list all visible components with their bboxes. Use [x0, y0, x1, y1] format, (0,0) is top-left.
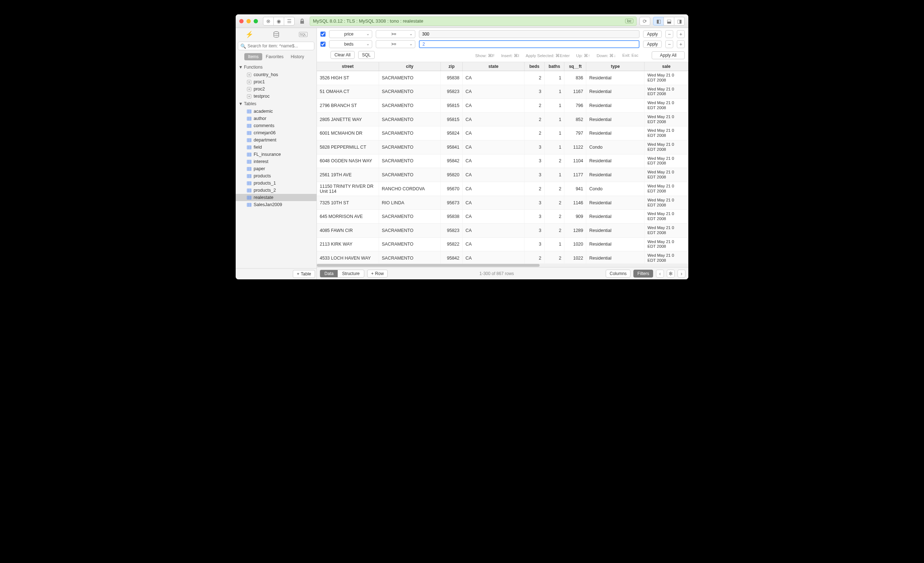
sidebar-item-realestate[interactable]: realestate	[236, 194, 316, 201]
column-header-city[interactable]: city	[379, 62, 441, 71]
sidebar-item-crimejan06[interactable]: crimejan06	[236, 129, 316, 136]
mode-history[interactable]: History	[287, 53, 308, 60]
lock-button[interactable]	[297, 16, 307, 26]
table-row[interactable]: 645 MORRISON AVESACRAMENTO95838CA32909Re…	[317, 210, 688, 224]
table-row[interactable]: 2561 19TH AVESACRAMENTO95820CA311177Resi…	[317, 168, 688, 182]
sidebar-item-paper[interactable]: paper	[236, 165, 316, 172]
sidebar-item-field[interactable]: field	[236, 144, 316, 151]
filter-operator-select[interactable]: >=	[376, 40, 415, 48]
table-row[interactable]: 3526 HIGH STSACRAMENTO95838CA21836Reside…	[317, 71, 688, 85]
mode-items[interactable]: Items	[244, 53, 262, 60]
table-row[interactable]: 11150 TRINITY RIVER DR Unit 114RANCHO CO…	[317, 182, 688, 196]
filter-enable-checkbox[interactable]	[321, 31, 326, 37]
minimize-window-button[interactable]	[246, 19, 251, 23]
column-header-type[interactable]: type	[586, 62, 645, 71]
list-button[interactable]: ☰	[284, 17, 295, 25]
prev-page-button[interactable]: ‹	[656, 270, 664, 277]
column-header-sq__ft[interactable]: sq__ft	[564, 62, 586, 71]
table-row[interactable]: 2805 JANETTE WAYSACRAMENTO95815CA21852Re…	[317, 112, 688, 126]
filter-value-input[interactable]	[419, 40, 639, 48]
preview-button[interactable]: ◉	[273, 17, 284, 25]
sidebar-item-proc1[interactable]: proc1	[236, 78, 316, 85]
sidebar-item-academic[interactable]: academic	[236, 108, 316, 115]
layout-sidebar-button[interactable]: ◧	[653, 17, 664, 25]
column-header-zip[interactable]: zip	[441, 62, 463, 71]
sql-button[interactable]: SQL	[358, 51, 375, 59]
filter-add-button[interactable]: +	[677, 30, 685, 38]
layout-bottom-button[interactable]: ⬓	[663, 17, 674, 25]
sidebar-item-SalesJan2009[interactable]: SalesJan2009	[236, 201, 316, 208]
close-window-button[interactable]	[239, 19, 244, 23]
tree-group-tables[interactable]: ▼ Tables	[236, 100, 316, 108]
table-body: 3526 HIGH STSACRAMENTO95838CA21836Reside…	[317, 71, 688, 264]
zoom-window-button[interactable]	[254, 19, 258, 23]
sidebar-item-products[interactable]: products	[236, 172, 316, 180]
table-scroll[interactable]: streetcityzipstatebedsbathssq__fttypesal…	[317, 62, 688, 264]
add-row-button[interactable]: + Row	[367, 270, 388, 277]
filter-operator-select[interactable]: >=	[376, 30, 415, 38]
apply-all-button[interactable]: Apply All	[652, 51, 685, 59]
sidebar-item-country_hos[interactable]: country_hos	[236, 71, 316, 78]
stop-button[interactable]: ⊗	[263, 17, 274, 25]
filter-enable-checkbox[interactable]	[321, 42, 326, 47]
column-header-state[interactable]: state	[462, 62, 524, 71]
sidebar-item-proc2[interactable]: proc2	[236, 85, 316, 93]
scrollbar-thumb[interactable]	[317, 264, 540, 267]
column-header-baths[interactable]: baths	[544, 62, 564, 71]
horizontal-scrollbar[interactable]	[317, 264, 688, 267]
next-page-button[interactable]: ›	[678, 270, 686, 277]
add-table-button[interactable]: + Table	[293, 270, 315, 278]
tree-group-functions[interactable]: ▼ Functions	[236, 63, 316, 71]
table-row[interactable]: 7325 10TH STRIO LINDA95673CA321146Reside…	[317, 196, 688, 210]
tab-data[interactable]: Data	[320, 270, 338, 277]
filter-apply-button[interactable]: Apply	[643, 30, 662, 38]
columns-button[interactable]: Columns	[606, 270, 630, 277]
table-row[interactable]: 51 OMAHA CTSACRAMENTO95823CA311167Reside…	[317, 85, 688, 99]
filter-remove-button[interactable]: −	[665, 30, 673, 38]
sidebar-search-input[interactable]	[248, 43, 312, 48]
table-row[interactable]: 6048 OGDEN NASH WAYSACRAMENTO95842CA3211…	[317, 154, 688, 168]
clear-all-button[interactable]: Clear All	[330, 51, 355, 59]
filter-apply-button[interactable]: Apply	[643, 40, 662, 48]
sidebar-item-comments[interactable]: comments	[236, 122, 316, 129]
layout-right-button[interactable]: ◨	[674, 17, 685, 25]
sidebar-item-FL_insurance[interactable]: FL_insurance	[236, 151, 316, 158]
sidebar-search[interactable]: 🔍	[238, 42, 314, 50]
sidebar-item-department[interactable]: department	[236, 136, 316, 144]
sidebar-item-products_2[interactable]: products_2	[236, 187, 316, 194]
filter-column-select[interactable]: price	[329, 30, 372, 38]
sql-tab[interactable]: SQL	[299, 30, 308, 39]
sidebar-item-interest[interactable]: interest	[236, 158, 316, 165]
settings-button[interactable]: ✻	[667, 270, 675, 277]
sidebar-item-products_1[interactable]: products_1	[236, 180, 316, 187]
filters-button[interactable]: Filters	[633, 270, 653, 277]
filter-column-select[interactable]: beds	[329, 40, 372, 48]
plug-tab[interactable]: ⚡	[245, 30, 254, 39]
column-header-sale[interactable]: sale	[645, 62, 688, 71]
cell-street: 2805 JANETTE WAY	[317, 112, 379, 126]
sidebar-item-testproc[interactable]: testproc	[236, 93, 316, 100]
mode-favorites[interactable]: Favorites	[262, 53, 287, 60]
reload-button[interactable]: ⟳	[639, 17, 650, 25]
filter-add-button[interactable]: +	[677, 40, 685, 48]
column-header-beds[interactable]: beds	[525, 62, 544, 71]
filter-value-input[interactable]	[419, 30, 639, 38]
tree-item-label: products	[254, 174, 271, 178]
cell-sqft: 796	[564, 99, 586, 113]
filter-remove-button[interactable]: −	[665, 40, 673, 48]
table-row[interactable]: 5828 PEPPERMILL CTSACRAMENTO95841CA31112…	[317, 140, 688, 154]
table-row[interactable]: 2113 KIRK WAYSACRAMENTO95822CA311020Resi…	[317, 237, 688, 252]
column-header-street[interactable]: street	[317, 62, 379, 71]
cell-city: SACRAMENTO	[379, 223, 441, 237]
table-row[interactable]: 4085 FAWN CIRSACRAMENTO95823CA321289Resi…	[317, 223, 688, 237]
table-row[interactable]: 4533 LOCH HAVEN WAYSACRAMENTO95842CA2210…	[317, 252, 688, 264]
cell-beds: 3	[525, 140, 544, 154]
table-row[interactable]: 2796 BRANCH STSACRAMENTO95815CA21796Resi…	[317, 99, 688, 113]
sidebar-item-author[interactable]: author	[236, 115, 316, 122]
tab-structure[interactable]: Structure	[338, 270, 364, 277]
database-tab[interactable]	[272, 30, 280, 39]
table-row[interactable]: 6001 MCMAHON DRSACRAMENTO95824CA21797Res…	[317, 126, 688, 141]
cell-type: Residential	[586, 85, 645, 99]
cell-sale: Wed May 21 0 EDT 2008	[645, 168, 688, 182]
function-icon	[246, 79, 252, 84]
